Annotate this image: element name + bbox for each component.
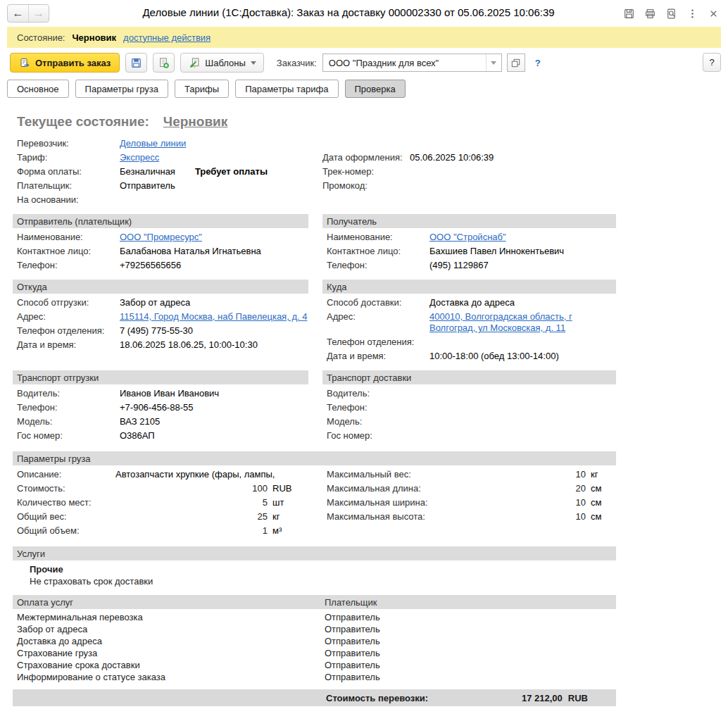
section-header: Отправитель (плательщик) xyxy=(13,214,308,228)
carrier-link[interactable]: Деловые линии xyxy=(120,138,186,149)
field-value: 7 (495) 775-55-30 xyxy=(120,325,193,337)
to-section: Куда Способ доставки: Доставка до адреса… xyxy=(322,280,616,363)
field-row: Наименование: ООО "Промресурс" xyxy=(17,230,308,244)
field-row: Способ доставки: Доставка до адреса xyxy=(327,296,616,310)
field-row: Дата оформления: 05.06.2025 10:06:39 xyxy=(322,151,494,165)
field-row: Телефон отделения: 7 (495) 775-55-30 xyxy=(17,324,308,338)
window-titlebar: ← → Деловые линии (1С:Доставка): Заказ н… xyxy=(0,0,728,27)
field-row: Контактное лицо: Бахшиев Павел Иннокенть… xyxy=(327,244,616,258)
save-button[interactable] xyxy=(125,53,147,73)
customer-help-link[interactable]: ? xyxy=(535,58,541,68)
tariff-link[interactable]: Экспресс xyxy=(120,152,159,163)
receiver-name-link[interactable]: ООО "Стройснаб" xyxy=(429,232,506,243)
status-label: Состояние: xyxy=(17,32,65,43)
combobox-dropdown-button[interactable] xyxy=(486,54,501,71)
tab-tarify[interactable]: Тарифы xyxy=(175,80,229,98)
field-label: Телефон отделения: xyxy=(327,337,429,348)
field-label: Наименование: xyxy=(17,232,120,243)
open-customer-button[interactable] xyxy=(507,54,525,72)
send-order-button[interactable]: Отправить заказ xyxy=(10,53,120,73)
back-button[interactable]: ← xyxy=(8,5,28,22)
forward-button[interactable]: → xyxy=(28,5,49,22)
current-state-label: Текущее состояние: xyxy=(17,114,149,130)
tab-parametry-tarifa[interactable]: Параметры тарифа xyxy=(235,80,338,98)
history-nav: ← → xyxy=(7,4,49,23)
more-menu-button[interactable] xyxy=(683,6,701,21)
customer-value[interactable]: ООО "Праздник для всех" xyxy=(323,58,486,68)
sender-name-link[interactable]: ООО "Промресурс" xyxy=(120,232,202,243)
field-label: Телефон: xyxy=(327,260,429,271)
field-value: Забор от адреса xyxy=(120,297,190,308)
field-value: Бахшиев Павел Иннокентьевич xyxy=(429,246,564,257)
field-row: На основании: xyxy=(17,193,322,207)
field-row: Стоимость: 100 RUB xyxy=(17,482,322,496)
save-button-titlebar[interactable] xyxy=(620,6,638,21)
field-unit: кг xyxy=(272,511,280,522)
templates-button[interactable]: Шаблоны xyxy=(180,53,264,73)
tab-osnovnoe[interactable]: Основное xyxy=(7,80,69,98)
field-label: Количество мест: xyxy=(17,497,115,508)
save-icon xyxy=(623,8,635,20)
from-address-link[interactable]: 115114, Город Москва, наб Павелецкая, д.… xyxy=(120,311,307,322)
field-value: 05.06.2025 10:06:39 xyxy=(410,152,494,163)
field-value: 100 xyxy=(115,483,268,494)
field-row: Способ отгрузки: Забор от адреса xyxy=(17,296,308,310)
help-label: ? xyxy=(709,57,714,68)
create-based-on-button[interactable] xyxy=(153,53,175,73)
templates-label: Шаблоны xyxy=(205,58,246,68)
field-row: Гос номер: О386АП xyxy=(17,429,308,443)
field-label: Максимальная длина: xyxy=(327,483,429,494)
field-value: (495) 1129867 xyxy=(429,260,489,271)
field-label: Дата и время: xyxy=(327,351,429,362)
status-value: Черновик xyxy=(72,32,116,43)
payment-row: Межтерминальная перевозка Отправитель xyxy=(17,611,616,623)
field-row: Описание: Автозапчасти хрупкие (фары, ла… xyxy=(17,468,322,482)
help-button[interactable]: ? xyxy=(703,53,721,72)
field-row: Модель: xyxy=(327,415,616,429)
receiver-section: Получатель Наименование: ООО "Стройснаб"… xyxy=(322,214,616,273)
kebab-icon xyxy=(686,8,698,20)
field-value: Балабанова Наталья Игнатьевна xyxy=(120,246,261,257)
available-actions-link[interactable]: доступные действия xyxy=(123,32,211,43)
field-value: +79256565656 xyxy=(120,260,181,271)
tab-proverka[interactable]: Проверка xyxy=(345,80,406,98)
section-header: Транспорт отгрузки xyxy=(13,370,308,384)
tab-parametry-gruza[interactable]: Параметры груза xyxy=(75,80,168,98)
field-unit: шт xyxy=(272,497,284,508)
close-button[interactable] xyxy=(704,6,722,21)
total-bar: Стоимость перевозки: 17 212,00 RUB xyxy=(13,689,616,706)
back-arrow-icon: ← xyxy=(13,7,24,20)
field-label: Максимальная ширина: xyxy=(327,497,429,508)
print-button[interactable] xyxy=(641,6,659,21)
payment-row: Информирование о статусе заказа Отправит… xyxy=(17,671,616,683)
field-row: Общий объем: 1 м³ xyxy=(17,524,322,538)
save-icon xyxy=(130,57,142,69)
cargo-section: Параметры груза Описание: Автозапчасти х… xyxy=(13,451,616,538)
customer-combobox[interactable]: ООО "Праздник для всех" xyxy=(322,54,502,72)
field-row: Гос номер: xyxy=(327,429,616,443)
payment-payer: Отправитель xyxy=(325,611,380,623)
field-row: Адрес: 115114, Город Москва, наб Павелец… xyxy=(17,310,308,324)
field-value: 25 xyxy=(115,511,268,522)
field-label: Водитель: xyxy=(17,388,120,399)
field-label: Телефон: xyxy=(17,260,120,271)
order-summary: Перевозчик: Деловые линии Тариф: Экспрес… xyxy=(0,137,728,207)
tab-label: Тарифы xyxy=(184,84,219,94)
preview-button[interactable] xyxy=(662,6,680,21)
field-label: Адрес: xyxy=(327,311,429,322)
field-value: 1 xyxy=(115,525,268,537)
field-row: Водитель: Иванов Иван Иванович xyxy=(17,387,308,401)
field-value: О386АП xyxy=(120,430,155,441)
to-address-link[interactable]: 400010, Волгоградская область, г Волгогр… xyxy=(429,311,616,334)
field-row: Максимальная длина: 20 см xyxy=(327,482,601,496)
payment-service: Межтерминальная перевозка xyxy=(17,611,325,623)
payment-section: Оплата услуг Плательщик Межтерминальная … xyxy=(13,595,616,706)
payment-payer: Отправитель xyxy=(325,623,380,635)
field-unit: см xyxy=(591,497,601,508)
payment-service: Страхование груза xyxy=(17,647,325,659)
field-label: На основании: xyxy=(17,194,120,206)
tab-label: Проверка xyxy=(355,84,396,94)
section-header: Услуги xyxy=(13,546,616,560)
field-label: Тариф: xyxy=(17,152,120,163)
field-label: Максимальная высота: xyxy=(327,511,429,522)
